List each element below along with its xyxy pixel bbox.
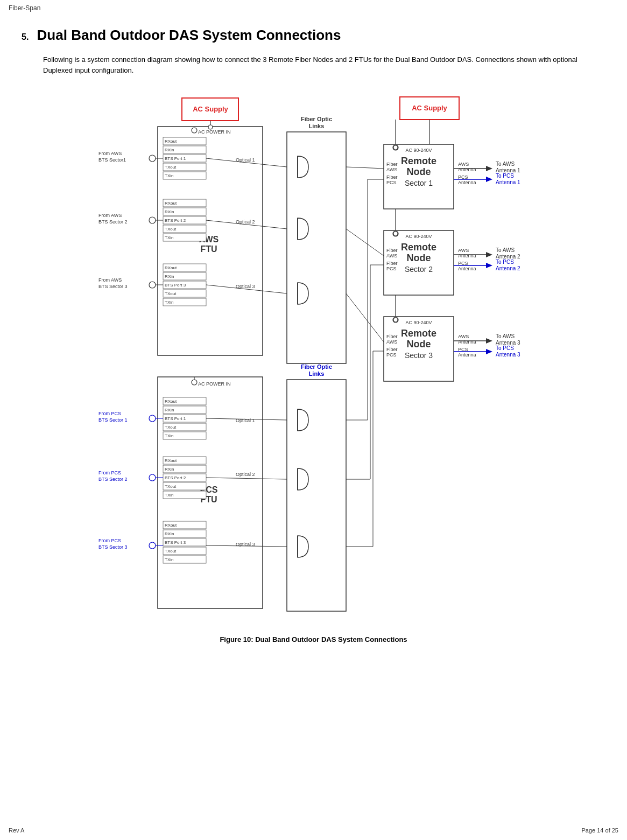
section-title: 5. Dual Band Outdoor DAS System Connecti… [0, 16, 627, 49]
svg-text:Antenna 1: Antenna 1 [496, 179, 520, 185]
svg-text:Links: Links [308, 370, 324, 377]
svg-text:BTS Sector  1: BTS Sector 1 [98, 417, 128, 423]
svg-text:From PCS: From PCS [98, 470, 121, 475]
svg-marker-165 [486, 252, 492, 257]
svg-text:Antenna: Antenna [458, 167, 476, 172]
svg-point-76 [192, 380, 197, 385]
svg-text:RXout: RXout [165, 201, 177, 206]
svg-text:AC 90-240V: AC 90-240V [405, 320, 432, 325]
svg-text:PCS: PCS [386, 180, 397, 185]
svg-text:RXin: RXin [165, 467, 174, 472]
svg-text:Fiber: Fiber [386, 334, 398, 339]
svg-text:Antenna: Antenna [458, 180, 476, 185]
svg-marker-169 [486, 263, 492, 268]
svg-text:AWS: AWS [458, 248, 469, 253]
figure-caption: Figure 10: Dual Band Outdoor DAS System … [0, 625, 627, 649]
svg-point-210 [393, 145, 398, 150]
svg-text:BTS Sector 2: BTS Sector 2 [98, 219, 128, 225]
svg-text:From AWS: From AWS [98, 213, 122, 218]
footer-rev: Rev A [9, 827, 24, 834]
svg-text:RXin: RXin [165, 209, 174, 214]
svg-line-152 [346, 293, 384, 342]
svg-point-180 [149, 155, 156, 162]
svg-text:BTS Port 1: BTS Port 1 [165, 156, 186, 161]
svg-text:AC Supply: AC Supply [193, 105, 228, 113]
svg-rect-90 [287, 380, 346, 611]
svg-marker-177 [486, 349, 492, 354]
page-header: Fiber-Span [0, 0, 627, 16]
svg-text:FTU: FTU [200, 244, 217, 254]
svg-rect-81 [287, 132, 346, 363]
svg-text:TXin: TXin [165, 173, 173, 178]
svg-text:Fiber: Fiber [386, 248, 398, 253]
svg-text:TXout: TXout [165, 549, 177, 554]
section-number: 5. [22, 32, 29, 41]
svg-point-196 [149, 474, 156, 481]
svg-text:AWS: AWS [458, 162, 469, 167]
svg-text:BTS Port 3: BTS Port 3 [165, 283, 186, 288]
svg-text:AWS: AWS [458, 334, 469, 339]
svg-text:TXin: TXin [165, 300, 173, 305]
svg-text:Node: Node [406, 253, 431, 263]
svg-text:To PCS: To PCS [496, 173, 514, 179]
svg-text:Sector 1: Sector 1 [404, 179, 432, 187]
svg-text:TXin: TXin [165, 493, 173, 498]
svg-text:AWS: AWS [386, 339, 397, 345]
svg-text:AC 90-240V: AC 90-240V [405, 234, 432, 239]
svg-point-34 [192, 128, 197, 133]
svg-text:RXin: RXin [165, 148, 174, 152]
svg-text:RXout: RXout [165, 265, 177, 270]
svg-text:BTS Sector 2: BTS Sector 2 [98, 477, 128, 482]
svg-text:BTS Sector1: BTS Sector1 [98, 157, 126, 163]
svg-text:From AWS: From AWS [98, 277, 122, 283]
svg-point-206 [393, 232, 398, 236]
footer-page: Page 14 of 25 [581, 827, 618, 834]
svg-text:Antenna: Antenna [458, 253, 476, 258]
svg-text:AWS: AWS [386, 167, 397, 172]
section-heading: Dual Band Outdoor DAS System Connections [37, 27, 341, 43]
svg-text:BTS Sector 3: BTS Sector 3 [98, 284, 128, 289]
svg-marker-157 [486, 166, 492, 171]
svg-text:PCS: PCS [386, 352, 397, 358]
svg-text:From PCS: From PCS [98, 411, 121, 416]
svg-text:Remote: Remote [400, 242, 436, 253]
svg-text:Antenna 3: Antenna 3 [496, 352, 520, 358]
svg-text:BTS Port 2: BTS Port 2 [165, 218, 186, 223]
svg-text:Fiber: Fiber [386, 347, 398, 352]
svg-point-188 [149, 282, 156, 288]
svg-text:To AWS: To AWS [496, 333, 515, 339]
svg-text:RXout: RXout [165, 458, 177, 463]
svg-text:Sector 3: Sector 3 [404, 351, 432, 360]
svg-text:TXin: TXin [165, 557, 173, 562]
svg-text:RXout: RXout [165, 139, 177, 144]
svg-text:Fiber: Fiber [386, 162, 398, 167]
svg-text:TXin: TXin [165, 433, 173, 438]
svg-line-148 [346, 229, 384, 256]
svg-text:Fiber Optic: Fiber Optic [300, 363, 332, 370]
svg-text:To AWS: To AWS [496, 247, 515, 253]
svg-text:Fiber Optic: Fiber Optic [300, 116, 332, 122]
svg-text:RXin: RXin [165, 408, 174, 412]
brand-label: Fiber-Span [9, 4, 40, 12]
svg-text:AC POWER IN: AC POWER IN [198, 129, 231, 135]
svg-text:Antenna: Antenna [458, 352, 476, 358]
svg-text:Antenna: Antenna [458, 266, 476, 271]
diagram-container: AWS FTU RXout RXin BTS Port 1 TXout TXin… [0, 86, 627, 625]
svg-text:To AWS: To AWS [496, 161, 515, 167]
svg-text:TXout: TXout [165, 165, 177, 170]
svg-text:RXin: RXin [165, 531, 174, 536]
svg-marker-161 [486, 177, 492, 182]
svg-text:TXout: TXout [165, 227, 177, 232]
svg-text:TXout: TXout [165, 291, 177, 296]
svg-text:BTS Port 2: BTS Port 2 [165, 475, 186, 480]
svg-text:TXin: TXin [165, 235, 173, 240]
svg-text:Antenna: Antenna [458, 339, 476, 345]
svg-text:RXout: RXout [165, 399, 177, 404]
svg-text:TXout: TXout [165, 484, 177, 489]
svg-text:Optical 2: Optical 2 [236, 472, 255, 477]
svg-text:From PCS: From PCS [98, 538, 121, 543]
svg-text:RXout: RXout [165, 523, 177, 528]
page-footer: Rev A Page 14 of 25 [9, 827, 618, 834]
system-diagram: AWS FTU RXout RXin BTS Port 1 TXout TXin… [93, 92, 534, 619]
svg-text:Optical 1: Optical 1 [236, 418, 255, 423]
